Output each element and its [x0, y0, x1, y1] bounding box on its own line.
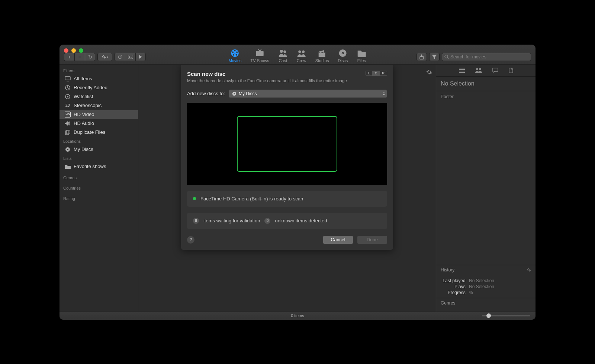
sidebar-item-watchlist[interactable]: Watchlist [60, 92, 138, 101]
search-icon [444, 55, 449, 59]
duplicate-icon [65, 129, 71, 135]
info-button[interactable]: i [115, 53, 125, 61]
zoom-thumb[interactable] [486, 313, 491, 318]
seg-r[interactable]: R [380, 71, 387, 75]
item-count: 0 items [291, 313, 304, 318]
sidebar-label: HD Video [74, 112, 94, 117]
progress-key: Progress: [441, 290, 467, 295]
tab-files[interactable]: Files [357, 49, 366, 63]
unknown-label: unknown items detected [275, 218, 327, 223]
add-to-select[interactable]: My Discs ▲▼ [229, 90, 387, 98]
audio-icon [65, 120, 71, 126]
validation-box: 0 items waiting for validation 0 unknown… [187, 213, 387, 229]
toolbar-left: + − ↻ ▾ i [64, 53, 146, 61]
crew-icon [297, 49, 306, 58]
tab-label: Studios [315, 58, 329, 63]
movies-icon [230, 49, 240, 58]
plays-val: No Selection [469, 284, 494, 289]
history-header: History [441, 267, 454, 273]
tab-discs[interactable]: Discs [338, 49, 348, 63]
tab-label: Crew [297, 58, 306, 63]
hd-icon: HD [65, 112, 71, 117]
tab-studios[interactable]: Studios [315, 49, 329, 63]
svg-point-13 [283, 50, 286, 53]
svg-text:i: i [120, 56, 120, 58]
zoom-window[interactable] [79, 48, 83, 53]
sidebar-item-favshows[interactable]: Favorite shows [60, 162, 138, 171]
genres-header: Genres [441, 300, 455, 306]
tab-label: TV Shows [251, 58, 269, 63]
poster-header: Poster [436, 91, 536, 102]
main-area: Scan new disc L C R Move the barcode slo… [138, 65, 436, 312]
gear-dropdown[interactable]: ▾ [97, 53, 112, 61]
done-button[interactable]: Done [357, 236, 387, 244]
cancel-button[interactable]: Cancel [323, 236, 353, 244]
tab-tvshows[interactable]: TV Shows [251, 49, 269, 63]
settings-gear-icon[interactable] [426, 69, 432, 75]
svg-point-8 [233, 54, 234, 55]
filter-button[interactable] [429, 53, 440, 61]
sidebar-item-mydiscs[interactable]: My Discs [60, 145, 138, 154]
seg-c[interactable]: C [373, 71, 380, 75]
monitor-icon [65, 76, 71, 82]
inspector-tab-people[interactable] [475, 68, 482, 73]
svg-point-5 [234, 50, 236, 51]
play-button[interactable] [135, 53, 146, 61]
svg-point-9 [232, 51, 234, 53]
tab-label: Files [357, 58, 366, 63]
sidebar-label: HD Audio [74, 120, 94, 126]
camera-status-box: FaceTime HD Camera (Built-in) is ready t… [187, 191, 387, 207]
add-button[interactable]: + [64, 53, 74, 61]
svg-rect-38 [459, 72, 465, 73]
inspector-tab-comment[interactable] [492, 68, 498, 73]
chevron-updown-icon: ▲▼ [383, 91, 385, 96]
sidebar-item-duplicate[interactable]: Duplicate Files [60, 128, 138, 137]
svg-rect-17 [319, 52, 320, 53]
sidebar-item-stereo[interactable]: 3DStereoscopic [60, 101, 138, 110]
disc-icon [65, 146, 71, 152]
help-button[interactable]: ? [187, 236, 194, 244]
sidebar-header-lists: Lists [60, 154, 138, 162]
main-tabs: Movies TV Shows Cast Crew Studios Discs [229, 45, 367, 64]
sidebar-label: Duplicate Files [74, 129, 105, 135]
progress-val: % [469, 290, 473, 295]
inspector-tab-file[interactable] [509, 68, 513, 73]
svg-point-32 [67, 149, 68, 150]
svg-rect-18 [321, 52, 322, 53]
search-input[interactable]: Search for movies [442, 53, 531, 61]
sidebar-item-recent[interactable]: Recently Added [60, 83, 138, 92]
dialog-subtitle: Move the barcode slowly to the FaceTime … [187, 78, 387, 83]
status-dot-icon [193, 197, 196, 200]
sidebar-label: Recently Added [74, 85, 107, 90]
sidebar-item-all[interactable]: All Items [60, 74, 138, 83]
lcr-segmented[interactable]: L C R [366, 71, 387, 76]
minimize-window[interactable] [71, 48, 76, 53]
tab-movies[interactable]: Movies [229, 49, 242, 63]
close-window[interactable] [64, 48, 68, 53]
svg-point-3 [129, 56, 129, 57]
refresh-button[interactable]: ↻ [85, 53, 95, 61]
remove-button[interactable]: − [74, 53, 85, 61]
app-window: + − ↻ ▾ i M [60, 45, 536, 320]
svg-point-10 [235, 52, 235, 53]
svg-point-15 [302, 50, 305, 53]
tab-crew[interactable]: Crew [297, 49, 306, 63]
seg-l[interactable]: L [366, 71, 373, 75]
inspector-title: No Selection [436, 77, 536, 91]
image-button[interactable] [125, 53, 135, 61]
sidebar-item-hdaudio[interactable]: HD Audio [60, 119, 138, 128]
zoom-slider[interactable] [482, 315, 530, 316]
studios-icon [317, 49, 327, 58]
dialog-title: Scan new disc [187, 71, 225, 77]
tab-cast[interactable]: Cast [278, 49, 288, 63]
window-controls [64, 48, 83, 53]
history-rows: Last played:No Selection Plays:No Select… [436, 276, 536, 298]
folder-icon [65, 164, 71, 170]
scan-frame [237, 116, 337, 172]
inspector-tab-list[interactable] [459, 68, 465, 73]
sidebar-item-hdvideo[interactable]: HDHD Video [60, 110, 138, 119]
svg-point-23 [342, 52, 343, 53]
share-button[interactable] [416, 53, 427, 61]
discs-icon [338, 49, 348, 58]
history-gear-icon[interactable] [527, 268, 531, 272]
